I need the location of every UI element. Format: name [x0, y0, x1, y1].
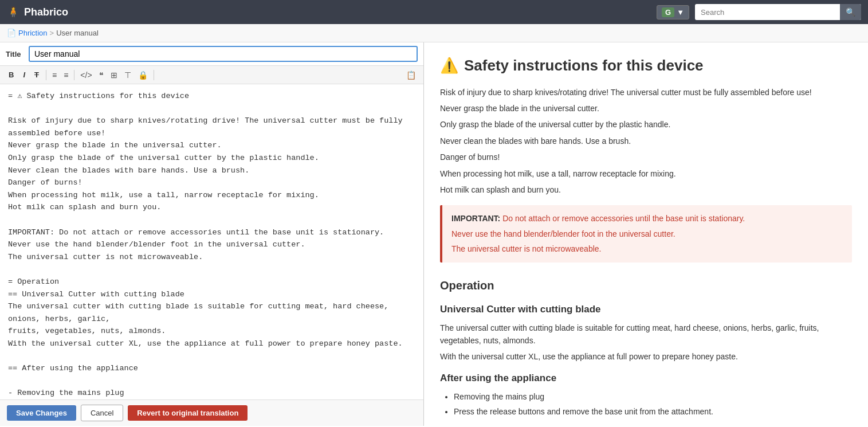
- warning-icon: ⚠️: [440, 54, 458, 78]
- editor-toolbar: B I T ≡ ≡ </> ❝ ⊞ ⊤ 🔒 📋: [0, 66, 423, 84]
- section2-list: Removing the mains plug Press the releas…: [454, 390, 852, 418]
- section2-title: After using the appliance: [440, 370, 852, 386]
- title-input[interactable]: [29, 46, 418, 62]
- intro-line-1: Risk of injury due to sharp knives/rotat…: [440, 86, 852, 99]
- preview-title: ⚠️ Safety instructions for this device: [440, 54, 852, 78]
- preview-panel: ⚠️ Safety instructions for this device R…: [424, 42, 868, 426]
- section2-item-2: Press the release buttons and remove the…: [454, 405, 852, 418]
- revert-button[interactable]: Revert to original translation: [128, 405, 248, 421]
- section1-title: Universal Cutter with cutting blade: [440, 301, 852, 317]
- code-button[interactable]: </>: [77, 69, 95, 81]
- title-label: Title: [6, 50, 24, 58]
- toolbar-separator-3: [154, 70, 154, 80]
- clipboard-icon-button[interactable]: 📋: [403, 69, 419, 81]
- important-line-1-rest: Do not attach or remove accessories unti…: [500, 214, 745, 223]
- section3-title: Cleaning: [440, 425, 852, 426]
- important-line-2: Never use the hand blender/blender foot …: [451, 228, 843, 240]
- search-button[interactable]: 🔍: [840, 4, 861, 20]
- section1-p1: The universal cutter with cutting blade …: [440, 322, 852, 347]
- app-logo: 🧍 Phabrico: [7, 6, 68, 18]
- user-menu-button[interactable]: G ▼: [657, 5, 689, 19]
- section1-p2: With the universal cutter XL, use the ap…: [440, 350, 852, 363]
- section2-item-1: Removing the mains plug: [454, 390, 852, 403]
- toolbar-separator-2: [74, 70, 74, 80]
- lock-button[interactable]: 🔒: [135, 69, 151, 81]
- title-row: Title: [0, 42, 423, 66]
- breadcrumb: 📄 Phriction > User manual: [0, 24, 868, 42]
- search-bar: 🔍: [695, 4, 861, 20]
- intro-line-6: When processing hot milk, use a tall, na…: [440, 167, 852, 180]
- main-layout: Title B I T ≡ ≡ </> ❝ ⊞ ⊤ 🔒 📋 = ⚠ Safety…: [0, 42, 868, 426]
- bold-button[interactable]: B: [5, 68, 18, 81]
- breadcrumb-current: User manual: [56, 29, 99, 37]
- important-box: IMPORTANT: Do not attach or remove acces…: [440, 205, 852, 262]
- quote-button[interactable]: ❝: [96, 69, 107, 81]
- search-input[interactable]: [695, 5, 840, 19]
- table-button[interactable]: ⊞: [108, 69, 120, 81]
- italic-button[interactable]: I: [19, 68, 29, 81]
- operation-title: Operation: [440, 276, 852, 295]
- important-bold: IMPORTANT:: [451, 214, 500, 223]
- intro-line-4: Never clean the blades with bare hands. …: [440, 135, 852, 147]
- top-nav: 🧍 Phabrico G ▼ 🔍: [0, 0, 868, 24]
- intro-line-5: Danger of burns!: [440, 151, 852, 163]
- breadcrumb-parent-link[interactable]: Phriction: [18, 29, 48, 37]
- important-line-3: The universal cutter is not microwaveabl…: [451, 242, 843, 255]
- toolbar-separator-1: [46, 70, 46, 80]
- user-avatar-label: G: [662, 7, 674, 17]
- breadcrumb-separator: >: [50, 29, 54, 37]
- cancel-button[interactable]: Cancel: [81, 405, 123, 421]
- breadcrumb-icon: 📄: [7, 29, 16, 37]
- intro-line-7: Hot milk can splash and burn you.: [440, 183, 852, 196]
- app-name: Phabrico: [24, 6, 68, 18]
- chevron-down-icon: ▼: [677, 8, 684, 17]
- tree-button[interactable]: ⊤: [121, 69, 134, 81]
- intro-line-2: Never grasp the blade in the universal c…: [440, 102, 852, 115]
- editor-footer: Save Changes Cancel Revert to original t…: [0, 399, 423, 426]
- strikethrough-button[interactable]: T: [30, 68, 43, 81]
- intro-line-3: Only grasp the blade of the universal cu…: [440, 118, 852, 131]
- ordered-list-button[interactable]: ≡: [61, 69, 71, 81]
- logo-icon: 🧍: [7, 6, 19, 18]
- editor-panel: Title B I T ≡ ≡ </> ❝ ⊞ ⊤ 🔒 📋 = ⚠ Safety…: [0, 42, 424, 426]
- save-changes-button[interactable]: Save Changes: [7, 405, 76, 421]
- editor-textarea[interactable]: = ⚠ Safety instructions for this device …: [0, 84, 423, 399]
- bullet-list-button[interactable]: ≡: [49, 69, 60, 81]
- important-line-1: IMPORTANT: Do not attach or remove acces…: [451, 212, 843, 225]
